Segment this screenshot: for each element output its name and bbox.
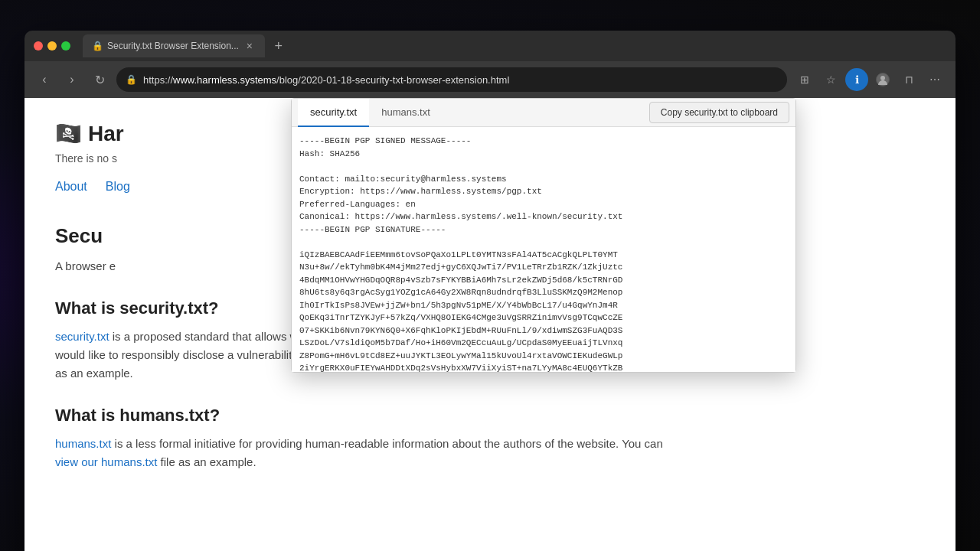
popup-tab-bar: security.txt humans.txt Copy security.tx… (292, 99, 795, 127)
lock-icon: 🔒 (126, 74, 137, 85)
bookmark-button[interactable]: ☆ (819, 68, 842, 91)
extension-button[interactable]: ℹ (845, 68, 868, 91)
copy-security-txt-button[interactable]: Copy security.txt to clipboard (649, 102, 789, 123)
address-domain: www.harmless.systems (173, 74, 276, 86)
nav-blog-link[interactable]: Blog (106, 180, 130, 194)
security-txt-content: -----BEGIN PGP SIGNED MESSAGE----- Hash:… (299, 135, 788, 372)
maximize-window-button[interactable] (61, 41, 70, 51)
tab-close-button[interactable]: × (243, 40, 256, 52)
page-content: 🏴‍☠️ Har There is no s About Blog Secu A… (24, 98, 956, 551)
humans-txt-description: humans.txt is a less formal initiative f… (55, 435, 683, 471)
address-path: /blog/2020-01-18-security-txt-browser-ex… (276, 74, 509, 86)
tab-bar: 🔒 Security.txt Browser Extension... × + (83, 34, 946, 57)
extension-popup: security.txt humans.txt Copy security.tx… (291, 98, 796, 373)
close-window-button[interactable] (34, 41, 43, 51)
share-button[interactable]: ⊓ (897, 68, 920, 91)
address-bar[interactable]: 🔒 https://www.harmless.systems/blog/2020… (116, 67, 787, 92)
browser-tab[interactable]: 🔒 Security.txt Browser Extension... × (83, 34, 265, 57)
reload-button[interactable]: ↻ (89, 69, 110, 90)
humans-txt-link[interactable]: humans.txt (55, 437, 111, 450)
site-emoji: 🏴‍☠️ (55, 121, 82, 146)
browser-window: 🔒 Security.txt Browser Extension... × + … (24, 31, 956, 551)
menu-button[interactable]: ⋯ (923, 68, 946, 91)
tab-favicon-icon: 🔒 (92, 41, 103, 51)
profile-button[interactable] (871, 68, 894, 91)
new-tab-button[interactable]: + (268, 35, 289, 57)
forward-button[interactable]: › (61, 69, 83, 90)
popup-tab-humans-txt[interactable]: humans.txt (369, 99, 443, 127)
address-protocol: https:// (143, 74, 173, 86)
what-is-humans-section: What is humans.txt? humans.txt is a less… (55, 406, 683, 471)
what-is-humans-title: What is humans.txt? (55, 406, 683, 425)
nav-about-link[interactable]: About (55, 180, 87, 194)
security-txt-link[interactable]: security.txt (55, 330, 109, 343)
svg-point-1 (880, 76, 885, 80)
nav-bar: ‹ › ↻ 🔒 https://www.harmless.systems/blo… (24, 61, 956, 98)
view-humans-txt-link[interactable]: view our humans.txt (55, 455, 157, 468)
popup-content[interactable]: -----BEGIN PGP SIGNED MESSAGE----- Hash:… (292, 127, 795, 372)
traffic-lights (34, 41, 70, 51)
site-title-text: Har (88, 122, 124, 146)
address-text: https://www.harmless.systems/blog/2020-0… (143, 74, 778, 86)
minimize-window-button[interactable] (47, 41, 57, 51)
back-button[interactable]: ‹ (34, 69, 55, 90)
screenshot-button[interactable]: ⊞ (793, 68, 816, 91)
tab-title: Security.txt Browser Extension... (107, 41, 239, 51)
title-bar: 🔒 Security.txt Browser Extension... × + (24, 31, 956, 61)
nav-actions: ⊞ ☆ ℹ ⊓ ⋯ (793, 68, 946, 91)
popup-tab-security-txt[interactable]: security.txt (298, 99, 369, 127)
